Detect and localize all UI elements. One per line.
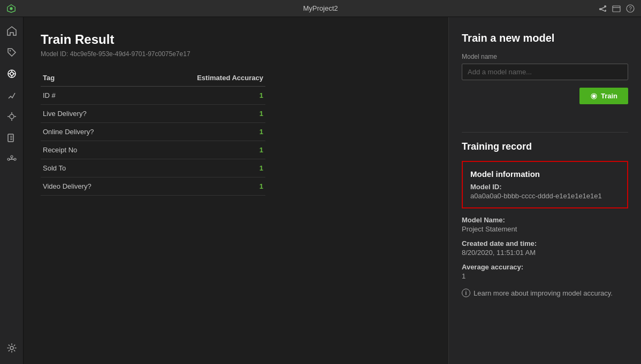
training-record-title: Training record <box>462 141 628 152</box>
table-row: ID #1 <box>41 87 265 105</box>
model-id-prefix: Model ID: <box>41 50 68 58</box>
svg-point-8 <box>10 72 13 75</box>
created-label: Created date and time: <box>462 239 628 247</box>
model-info-id-label: Model ID: <box>470 183 620 191</box>
model-info-id-value: a0a0a0a0-bbbb-cccc-dddd-e1e1e1e1e1e1 <box>470 192 620 200</box>
model-info-box-title: Model information <box>470 169 620 179</box>
table-cell-accuracy: 1 <box>140 141 265 159</box>
window-icon[interactable] <box>612 4 621 13</box>
model-id-line: Model ID: 4bc9e5fe-953e-49d4-9701-97c007… <box>41 50 431 58</box>
help-icon[interactable]: ? <box>626 4 635 13</box>
train-button[interactable]: Train <box>579 88 628 104</box>
avg-accuracy-value: 1 <box>462 272 628 280</box>
table-cell-accuracy: 1 <box>140 87 265 105</box>
sidebar <box>0 17 24 364</box>
learn-more-link[interactable]: Learn more about improving model accurac… <box>474 289 613 297</box>
svg-point-13 <box>10 114 14 119</box>
table-row: Receipt No1 <box>41 141 265 159</box>
svg-point-1 <box>10 7 12 10</box>
col-tag-header: Tag <box>41 71 140 87</box>
table-cell-tag: Receipt No <box>41 141 140 159</box>
train-new-model-title: Train a new model <box>462 32 628 44</box>
right-panel: Train a new model Model name Train Train… <box>448 17 641 364</box>
table-row: Sold To1 <box>41 159 265 177</box>
content-area: Train Result Model ID: 4bc9e5fe-953e-49d… <box>24 17 641 364</box>
info-icon: i <box>462 289 470 297</box>
titlebar-actions: ? <box>598 4 635 13</box>
model-name-info-value: Project Statement <box>462 225 628 233</box>
sidebar-item-predict[interactable] <box>2 86 21 105</box>
tag-table: Tag Estimated Accuracy ID #1Live Deliver… <box>41 71 265 196</box>
table-row: Live Delivery?1 <box>41 105 265 123</box>
avg-accuracy-label: Average accuracy: <box>462 263 628 271</box>
model-name-input[interactable] <box>462 64 628 80</box>
table-cell-tag: Video Delivery? <box>41 177 140 196</box>
sidebar-item-insights[interactable] <box>2 107 21 126</box>
table-cell-accuracy: 1 <box>140 159 265 177</box>
avg-accuracy-block: Average accuracy: 1 <box>462 263 628 280</box>
created-value: 8/20/2020, 11:51:01 AM <box>462 249 628 257</box>
model-info-box: Model information Model ID: a0a0a0a0-bbb… <box>462 161 628 208</box>
share-icon[interactable] <box>598 4 607 13</box>
table-row: Video Delivery?1 <box>41 177 265 196</box>
model-id-value: 4bc9e5fe-953e-49d4-9701-97c0075e7e17 <box>70 50 190 58</box>
table-cell-tag: Sold To <box>41 159 140 177</box>
train-button-label: Train <box>601 92 617 100</box>
model-name-block: Model Name: Project Statement <box>462 216 628 233</box>
table-cell-accuracy: 1 <box>140 177 265 196</box>
app-logo <box>6 4 16 13</box>
table-row: Online Delivery?1 <box>41 123 265 141</box>
svg-point-27 <box>10 346 13 350</box>
train-button-row: Train <box>462 88 628 121</box>
svg-point-25 <box>11 156 13 158</box>
table-cell-accuracy: 1 <box>140 105 265 123</box>
svg-point-6 <box>9 50 10 51</box>
section-divider <box>462 132 628 133</box>
created-block: Created date and time: 8/20/2020, 11:51:… <box>462 239 628 257</box>
sidebar-item-tag[interactable] <box>2 43 21 62</box>
window-title: MyProject2 <box>303 4 338 12</box>
table-cell-tag: Live Delivery? <box>41 105 140 123</box>
svg-rect-2 <box>613 6 620 12</box>
sidebar-item-train[interactable] <box>2 64 21 83</box>
model-name-label: Model name <box>462 53 628 60</box>
sidebar-item-home[interactable] <box>2 21 21 41</box>
app-body: Train Result Model ID: 4bc9e5fe-953e-49d… <box>0 17 641 364</box>
table-cell-tag: Online Delivery? <box>41 123 140 141</box>
sidebar-item-export[interactable] <box>2 128 21 148</box>
main-panel: Train Result Model ID: 4bc9e5fe-953e-49d… <box>24 17 448 364</box>
sidebar-item-connections[interactable] <box>2 150 21 169</box>
svg-text:?: ? <box>629 6 632 12</box>
col-accuracy-header: Estimated Accuracy <box>140 71 265 87</box>
page-title: Train Result <box>41 32 431 47</box>
learn-more-row: i Learn more about improving model accur… <box>462 289 628 297</box>
titlebar: MyProject2 ? <box>0 0 641 17</box>
sidebar-item-settings[interactable] <box>2 338 21 358</box>
model-name-info-label: Model Name: <box>462 216 628 224</box>
table-cell-tag: ID # <box>41 87 140 105</box>
table-cell-accuracy: 1 <box>140 123 265 141</box>
